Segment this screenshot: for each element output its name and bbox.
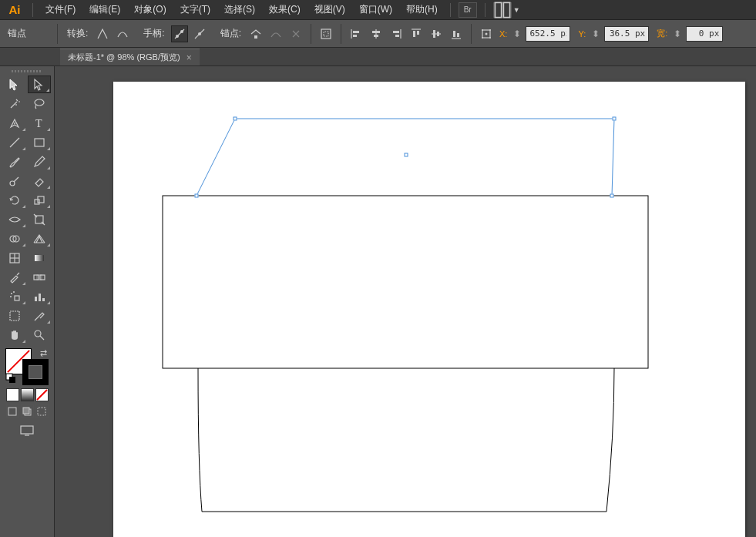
x-input[interactable] (526, 26, 570, 42)
draw-behind-mode[interactable] (21, 404, 34, 418)
mesh-tool[interactable] (3, 249, 26, 267)
slice-tool[interactable] (28, 307, 51, 324)
free-transform-tool[interactable] (28, 210, 51, 228)
svg-point-4 (180, 30, 183, 33)
reference-point-button[interactable] (478, 25, 495, 42)
x-stepper-icon[interactable]: ⬍ (512, 26, 522, 42)
column-graph-tool[interactable] (28, 287, 51, 305)
scale-tool[interactable] (28, 191, 51, 209)
anchor-point[interactable] (613, 117, 617, 121)
isolate-button[interactable] (318, 25, 334, 42)
rectangle-tool[interactable] (28, 133, 51, 151)
svg-rect-58 (35, 297, 37, 301)
hide-handles-button[interactable] (191, 25, 208, 42)
menu-file[interactable]: 文件(F) (39, 1, 82, 18)
dropdown-arrow-icon[interactable]: ▼ (513, 6, 520, 14)
menu-edit[interactable]: 编辑(E) (83, 1, 126, 18)
path-center-indicator[interactable] (405, 153, 408, 157)
align-left-button[interactable] (348, 25, 365, 42)
swap-fill-stroke-icon[interactable]: ⇄ (40, 348, 47, 358)
align-hcenter-button[interactable] (368, 25, 385, 42)
svg-rect-24 (437, 32, 439, 36)
control-bar: 锚点 转换: 手柄: 锚点: X: ⬍ Y: ⬍ 宽: ⬍ (0, 20, 756, 48)
line-tool[interactable] (3, 133, 26, 151)
menu-type[interactable]: 文字(T) (174, 1, 217, 18)
convert-corner-button[interactable] (94, 25, 111, 42)
screen-mode-button[interactable] (17, 422, 37, 439)
pen-tool[interactable] (3, 114, 26, 132)
blob-brush-tool[interactable] (3, 172, 26, 190)
align-vcenter-button[interactable] (428, 25, 445, 42)
shape-builder-tool[interactable] (3, 230, 26, 247)
type-tool[interactable]: T (28, 114, 51, 132)
color-mode-color[interactable] (6, 388, 19, 401)
anchor-point[interactable] (195, 194, 199, 198)
align-top-button[interactable] (408, 25, 425, 42)
width-tool[interactable] (3, 210, 26, 228)
tool-grid: T (3, 76, 51, 344)
canvas-area[interactable] (55, 66, 756, 537)
draw-inside-mode[interactable] (35, 404, 49, 418)
paintbrush-tool[interactable] (3, 153, 26, 170)
svg-rect-20 (413, 31, 415, 37)
svg-rect-14 (372, 31, 380, 33)
blend-tool[interactable] (28, 268, 51, 286)
svg-line-37 (10, 138, 19, 147)
lasso-tool[interactable] (28, 95, 51, 112)
eyedropper-tool[interactable] (3, 268, 26, 286)
remove-anchor-button[interactable] (247, 25, 264, 42)
pencil-tool[interactable] (28, 153, 51, 170)
gradient-tool[interactable] (28, 249, 51, 267)
w-stepper-icon[interactable]: ⬍ (672, 26, 683, 42)
svg-rect-38 (35, 139, 44, 146)
menu-help[interactable]: 帮助(H) (400, 1, 444, 18)
align-bottom-button[interactable] (448, 25, 465, 42)
menu-effect[interactable]: 效果(C) (263, 1, 307, 18)
align-right-button[interactable] (388, 25, 405, 42)
app-logo: Ai (3, 2, 26, 18)
svg-rect-70 (23, 408, 29, 414)
menu-window[interactable]: 窗口(W) (353, 1, 398, 18)
hand-tool[interactable] (3, 326, 26, 344)
menu-object[interactable]: 对象(O) (128, 1, 172, 18)
y-input[interactable] (604, 26, 649, 42)
x-label: X: (498, 29, 509, 39)
symbol-sprayer-tool[interactable] (3, 287, 26, 305)
bridge-icon[interactable]: Br (459, 2, 477, 18)
panel-grip[interactable] (3, 68, 51, 74)
anchor-point[interactable] (234, 117, 237, 121)
artboard[interactable] (113, 82, 745, 537)
artwork-svg (113, 82, 745, 537)
selection-tool[interactable] (3, 76, 26, 93)
convert-smooth-button[interactable] (114, 25, 131, 42)
show-handles-button[interactable] (171, 25, 188, 42)
arrange-documents-icon[interactable] (493, 2, 512, 18)
y-stepper-icon[interactable]: ⬍ (590, 26, 601, 42)
rotate-tool[interactable] (3, 191, 26, 209)
artboard-tool[interactable] (3, 307, 26, 324)
zoom-tool[interactable] (28, 326, 51, 344)
eraser-tool[interactable] (28, 172, 51, 190)
default-fill-stroke-icon[interactable] (5, 373, 16, 384)
fill-stroke-control[interactable]: ⇄ (5, 348, 49, 385)
stroke-swatch[interactable] (22, 359, 49, 385)
menu-view[interactable]: 视图(V) (308, 1, 351, 18)
color-mode-none[interactable] (35, 388, 49, 401)
connect-anchor-button[interactable] (267, 25, 284, 42)
perspective-grid-tool[interactable] (28, 230, 51, 247)
close-tab-button[interactable]: × (186, 52, 192, 63)
width-input[interactable] (686, 26, 723, 42)
direct-selection-tool[interactable] (28, 76, 51, 93)
document-tab[interactable]: 未标题-1* @ 98% (RGB/预览) × (60, 49, 200, 65)
main-area: T (0, 66, 756, 537)
color-mode-gradient[interactable] (21, 388, 34, 401)
draw-normal-mode[interactable] (6, 404, 19, 418)
svg-rect-0 (495, 2, 501, 17)
anchor-point[interactable] (610, 194, 614, 198)
menu-bar: Ai 文件(F) 编辑(E) 对象(O) 文字(T) 选择(S) 效果(C) 视… (0, 0, 756, 20)
cut-path-button[interactable] (287, 25, 304, 42)
svg-line-63 (40, 336, 44, 340)
menu-select[interactable]: 选择(S) (218, 1, 261, 18)
svg-point-29 (482, 29, 483, 31)
magic-wand-tool[interactable] (3, 95, 26, 112)
